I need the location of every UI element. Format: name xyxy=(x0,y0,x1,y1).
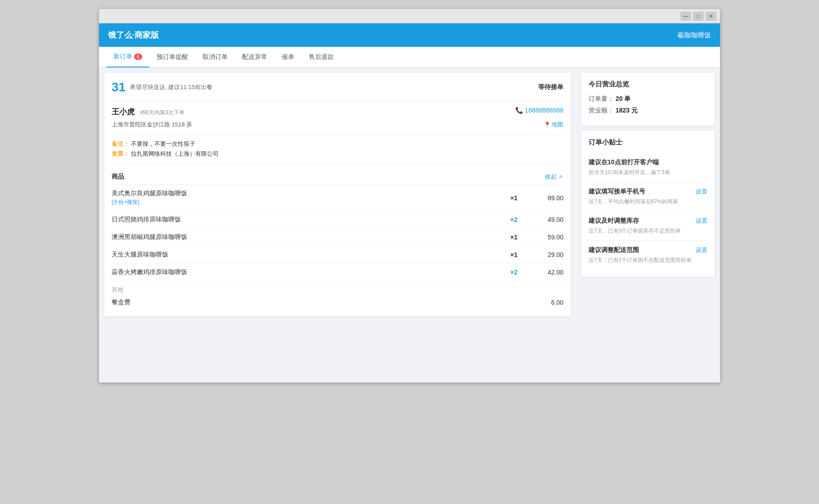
product-spec-0: [大份+微辣] xyxy=(112,198,500,206)
tab-reservation-label: 预订单提醒 xyxy=(157,53,188,61)
box-fee-price: 6.00 xyxy=(527,299,563,306)
order-notes: 备注： 不要辣，不要一次性筷子 发票： 拉扎斯网络科技（上海）有限公司 xyxy=(112,140,563,158)
order-count-row: 订单量： 20 单 xyxy=(589,95,707,103)
today-stats-title: 今日营业总览 xyxy=(589,80,707,89)
divider-2 xyxy=(112,134,563,135)
order-num-row: 31 希望尽快送达, 建议11:15前出餐 xyxy=(112,80,212,94)
store-name: 羲咖咖喱饭 xyxy=(677,31,711,40)
order-status: 等待接单 xyxy=(538,83,563,91)
map-link[interactable]: 📍 地图 xyxy=(544,121,563,129)
product-qty-2: ×1 xyxy=(500,234,527,241)
invoice-label: 发票： xyxy=(112,150,129,157)
tip-header-3: 建议调整配送范围 设置 xyxy=(589,246,707,254)
minimize-button[interactable]: — xyxy=(680,12,691,21)
window-controls[interactable]: — □ ✕ xyxy=(680,12,716,21)
product-name-2: 澳洲黑胡椒鸡腿原味咖喱饭 xyxy=(112,233,500,241)
products-section: 商品 收起 ∧ 美式奥尔良鸡腿原味咖喱饭 [大份+微辣] ×1 89.00 xyxy=(112,169,563,309)
product-qty-4: ×2 xyxy=(500,269,527,276)
today-stats-card: 今日营业总览 订单量： 20 单 营业额： 1823 元 xyxy=(581,73,715,126)
tab-cancel-order[interactable]: 取消订单 xyxy=(195,47,235,68)
product-row-2: 澳洲黑胡椒鸡腿原味咖喱饭 ×1 59.00 xyxy=(112,229,563,246)
tip-item-0: 建议在10点前打开客户端 您今天10:00未及时开店，漏了3单 xyxy=(589,153,707,182)
tab-refund-label: 售后退款 xyxy=(309,53,334,61)
product-price-4: 42.00 xyxy=(527,269,563,276)
title-bar: — □ ✕ xyxy=(99,9,720,23)
order-number: 31 xyxy=(112,80,126,94)
box-fee-row: 餐盒费 6.00 xyxy=(112,296,563,309)
invoice-row: 发票： 拉扎斯网络科技（上海）有限公司 xyxy=(112,150,563,158)
tip-title-1: 建议填写接单手机号 xyxy=(589,188,645,196)
product-row-0: 美式奥尔良鸡腿原味咖喱饭 [大份+微辣] ×1 89.00 xyxy=(112,185,563,211)
revenue-row: 营业额： 1823 元 xyxy=(589,107,707,115)
tip-item-2: 建议及时调整库存 设置 近7天，已有3个订单因库存不足而拒单 xyxy=(589,212,707,241)
tab-reservation[interactable]: 预订单提醒 xyxy=(149,47,195,68)
tab-urge[interactable]: 催单 xyxy=(274,47,302,68)
tab-new-order[interactable]: 新订单 6 xyxy=(106,47,149,68)
map-pin-icon: 📍 xyxy=(544,122,551,128)
maximize-button[interactable]: □ xyxy=(693,12,704,21)
product-price-2: 59.00 xyxy=(527,234,563,241)
tip-header-0: 建议在10点前打开客户端 xyxy=(589,158,707,166)
tips-title: 订单小贴士 xyxy=(589,138,707,147)
customer-name-section: 王小虎 #90天内第3次下单 xyxy=(112,107,184,117)
tip-header-1: 建议填写接单手机号 设置 xyxy=(589,188,707,196)
tip-desc-1: 近7天，平均出餐时间落后67%的商家 xyxy=(589,198,678,205)
tip-item-3: 建议调整配送范围 设置 近7天，已有1个订单因不在配送范围而拒单 xyxy=(589,241,707,270)
tab-delivery-issue[interactable]: 配送异常 xyxy=(235,47,274,68)
tab-refund[interactable]: 售后退款 xyxy=(302,47,341,68)
main-content: 31 希望尽快送达, 建议11:15前出餐 等待接单 王小虎 #90天内第3次下… xyxy=(99,68,720,382)
tip-link-3[interactable]: 设置 xyxy=(696,246,707,254)
tab-cancel-order-label: 取消订单 xyxy=(202,53,228,61)
note-content: 不要辣，不要一次性筷子 xyxy=(131,140,195,147)
product-price-3: 29.00 xyxy=(527,251,563,258)
phone-number: 18888888888 xyxy=(525,107,563,114)
tip-link-1[interactable]: 设置 xyxy=(696,188,707,196)
tip-desc-0: 您今天10:00未及时开店，漏了3单 xyxy=(589,169,670,176)
product-qty-0: ×1 xyxy=(500,194,527,202)
tab-delivery-issue-label: 配送异常 xyxy=(242,53,267,61)
customer-phone-section[interactable]: 📞 18888888888 xyxy=(515,107,563,114)
app-header: 饿了么·商家版 羲咖咖喱饭 xyxy=(99,23,720,47)
note-label: 备注： xyxy=(112,140,129,147)
app-title: 饿了么·商家版 xyxy=(108,30,159,40)
customer-phone[interactable]: 📞 18888888888 xyxy=(515,107,563,114)
collapse-button[interactable]: 收起 ∧ xyxy=(545,173,563,181)
customer-name: 王小虎 xyxy=(112,108,135,116)
tab-new-order-label: 新订单 xyxy=(113,53,132,61)
products-header: 商品 收起 ∧ xyxy=(112,169,563,185)
order-count-value: 20 单 xyxy=(616,95,630,102)
phone-icon: 📞 xyxy=(515,107,523,114)
divider-3 xyxy=(112,163,563,164)
new-order-badge: 6 xyxy=(134,54,142,60)
tab-bar: 新订单 6 预订单提醒 取消订单 配送异常 催单 售后退款 xyxy=(99,47,720,68)
tip-item-1: 建议填写接单手机号 设置 近7天，平均出餐时间落后67%的商家 xyxy=(589,182,707,212)
divider-1 xyxy=(112,101,563,101)
customer-address: 上海市普陀区金沙江路 1518 弄 xyxy=(112,121,192,129)
note-row: 备注： 不要辣，不要一次性筷子 xyxy=(112,140,563,148)
order-header: 31 希望尽快送达, 建议11:15前出餐 等待接单 xyxy=(112,80,563,94)
tip-title-3: 建议调整配送范围 xyxy=(589,246,639,254)
close-button[interactable]: ✕ xyxy=(706,12,716,21)
tip-header-2: 建议及时调整库存 设置 xyxy=(589,217,707,225)
product-name-1: 日式照烧鸡排原味咖喱饭 xyxy=(112,216,500,224)
product-name-3: 天生大腿原味咖喱饭 xyxy=(112,251,500,259)
other-label: 其他 xyxy=(112,281,563,296)
map-label: 地图 xyxy=(552,121,563,129)
box-fee-name: 餐盒费 xyxy=(112,298,527,306)
customer-tag: #90天内第3次下单 xyxy=(140,109,184,116)
product-row-4: 蒜香火烤嫩鸡排原味咖喱饭 ×2 42.00 xyxy=(112,264,563,281)
tip-desc-2: 近7天，已有3个订单因库存不足而拒单 xyxy=(589,228,681,234)
tab-urge-label: 催单 xyxy=(282,53,294,61)
tips-card: 订单小贴士 建议在10点前打开客户端 您今天10:00未及时开店，漏了3单 建议… xyxy=(581,131,715,277)
tip-title-0: 建议在10点前打开客户端 xyxy=(589,158,659,166)
customer-row-top: 王小虎 #90天内第3次下单 📞 18888888888 xyxy=(112,107,563,117)
products-title: 商品 xyxy=(112,173,124,181)
product-row-1: 日式照烧鸡排原味咖喱饭 ×2 49.00 xyxy=(112,211,563,229)
sidebar: 今日营业总览 订单量： 20 单 营业额： 1823 元 订单小贴士 建议在10… xyxy=(576,68,720,382)
product-row-3: 天生大腿原味咖喱饭 ×1 29.00 xyxy=(112,246,563,264)
product-price-0: 89.00 xyxy=(527,194,563,202)
order-card: 31 希望尽快送达, 建议11:15前出餐 等待接单 王小虎 #90天内第3次下… xyxy=(104,73,571,316)
invoice-content: 拉扎斯网络科技（上海）有限公司 xyxy=(131,150,219,157)
tip-link-2[interactable]: 设置 xyxy=(696,217,707,225)
tip-desc-3: 近7天，已有1个订单因不在配送范围而拒单 xyxy=(589,257,692,263)
